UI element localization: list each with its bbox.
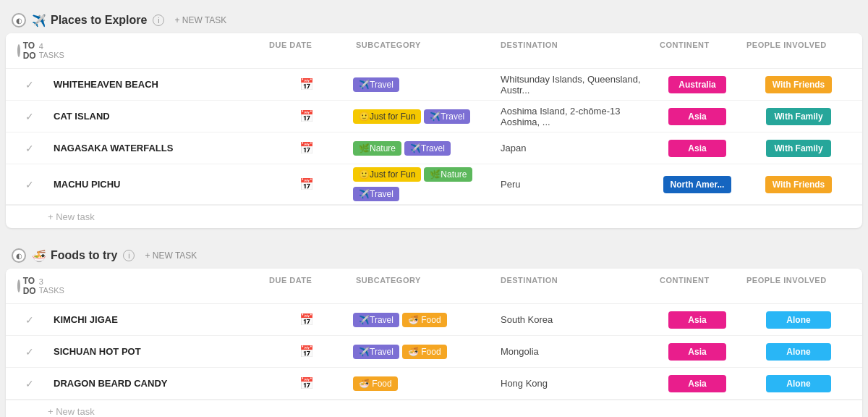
people-badge[interactable]: With Friends	[765, 176, 833, 193]
row4-people: With Friends	[741, 176, 856, 193]
people-badge[interactable]: Alone	[766, 375, 831, 392]
food-row3-destination: Hong Kong	[495, 375, 654, 392]
foods-col-destination: DESTINATION	[495, 269, 654, 303]
tag-food[interactable]: 🍜 Food	[402, 345, 447, 359]
food-row2-name[interactable]: SICHUAN HOT POT	[48, 340, 263, 363]
row2-destination: Aoshima Island, 2-chōme-13 Aoshima, ...	[495, 103, 654, 130]
continent-badge[interactable]: Asia	[668, 140, 726, 157]
foods-todo-label: TO DO	[23, 276, 36, 296]
row2-name[interactable]: CAT ISLAND	[48, 105, 263, 127]
row1-check[interactable]: ✓	[12, 79, 48, 90]
foods-col-continent: CONTINENT	[654, 269, 741, 303]
food-row3-check[interactable]: ✓	[12, 378, 48, 389]
row2-continent: Asia	[654, 108, 741, 125]
people-badge[interactable]: With Friends	[765, 76, 833, 93]
collapse-foods-btn[interactable]: ◐	[12, 248, 26, 263]
calendar-icon: 📅	[299, 77, 314, 91]
table-row: ✓ MACHU PICHU 📅 🙂Just for Fun 🌿Nature ✈️…	[6, 164, 862, 205]
food-row3-people: Alone	[741, 375, 856, 392]
food-row2-people: Alone	[741, 343, 856, 361]
tag-travel[interactable]: ✈️Travel	[424, 109, 470, 124]
row1-subcategory: ✈️Travel	[350, 75, 495, 95]
food-row1-check[interactable]: ✓	[12, 314, 48, 326]
people-badge[interactable]: Alone	[766, 311, 831, 329]
continent-badge[interactable]: Asia	[668, 108, 726, 125]
food-row2-subcategory: ✈️Travel 🍜 Food	[350, 342, 495, 362]
people-badge[interactable]: With Family	[766, 140, 831, 157]
row2-duedate[interactable]: 📅	[263, 109, 350, 123]
row1-duedate[interactable]: 📅	[263, 77, 350, 91]
row3-destination: Japan	[495, 140, 654, 156]
places-col-destination: DESTINATION	[495, 33, 654, 68]
places-info-icon[interactable]: i	[153, 14, 164, 26]
row4-continent: North Amer...	[654, 176, 741, 193]
tag-travel[interactable]: ✈️Travel	[353, 313, 399, 327]
foods-add-task-row[interactable]: + New task	[6, 400, 862, 417]
food-row3-name[interactable]: DRAGON BEARD CANDY	[48, 372, 263, 395]
foods-info-icon[interactable]: i	[123, 250, 135, 261]
places-table-header: TO DO 4 TASKS DUE DATE SUBCATEGORY DESTI…	[6, 33, 862, 69]
places-col-continent: CONTINENT	[654, 33, 741, 68]
continent-badge[interactable]: Asia	[668, 343, 726, 361]
row1-people: With Friends	[741, 76, 856, 93]
food-row2-destination: Mongolia	[495, 343, 654, 360]
row3-subcategory: 🌿Nature ✈️Travel	[350, 138, 495, 159]
row4-duedate[interactable]: 📅	[263, 177, 350, 191]
foods-table-header: TO DO 3 TASKS DUE DATE SUBCATEGORY DESTI…	[6, 269, 862, 304]
tag-food[interactable]: 🍜 Food	[402, 313, 447, 327]
calendar-icon: 📅	[299, 109, 314, 123]
people-badge[interactable]: Alone	[766, 343, 831, 361]
row3-name[interactable]: NAGASAKA WATERFALLS	[48, 137, 263, 159]
foods-col-duedate: DUE DATE	[263, 269, 350, 303]
food-row2-duedate[interactable]: 📅	[263, 345, 350, 358]
collapse-places-btn[interactable]: ◐	[12, 13, 26, 28]
continent-badge[interactable]: Asia	[668, 375, 726, 392]
row3-people: With Family	[741, 140, 856, 157]
tag-nature[interactable]: 🌿Nature	[424, 167, 472, 182]
continent-badge[interactable]: North Amer...	[663, 176, 732, 193]
row4-check[interactable]: ✓	[12, 179, 48, 190]
row3-check[interactable]: ✓	[12, 143, 48, 154]
food-row3-duedate[interactable]: 📅	[263, 376, 350, 390]
tag-travel[interactable]: ✈️Travel	[404, 141, 451, 156]
foods-col-people: PEOPLE INVOLVED	[741, 269, 856, 303]
row4-name[interactable]: MACHU PICHU	[48, 173, 263, 195]
tag-fun[interactable]: 🙂Just for Fun	[353, 109, 421, 124]
row1-name[interactable]: WHITEHEAVEN BEACH	[48, 73, 263, 96]
food-row1-duedate[interactable]: 📅	[263, 313, 350, 327]
places-table: TO DO 4 TASKS DUE DATE SUBCATEGORY DESTI…	[6, 33, 862, 228]
people-badge[interactable]: With Family	[766, 108, 831, 125]
tag-food[interactable]: 🍜 Food	[353, 376, 398, 391]
foods-header-todo: TO DO 3 TASKS	[12, 269, 48, 303]
places-todo-circle[interactable]	[17, 44, 20, 57]
places-new-task-btn[interactable]: + NEW TASK	[170, 14, 231, 27]
row1-continent: Australia	[654, 76, 741, 93]
food-row2-continent: Asia	[654, 343, 741, 361]
page: ◐ ✈️ Places to Explore i + NEW TASK TO D…	[0, 0, 868, 417]
tag-travel[interactable]: ✈️Travel	[353, 77, 399, 92]
foods-col-name	[48, 269, 263, 303]
places-todo-label: TO DO	[23, 41, 36, 61]
row1-destination: Whitsunday Islands, Queensland, Austr...	[495, 71, 654, 98]
table-row: ✓ NAGASAKA WATERFALLS 📅 🌿Nature ✈️Travel…	[6, 132, 862, 164]
places-header-todo: TO DO 4 TASKS	[12, 33, 48, 68]
continent-badge[interactable]: Australia	[668, 76, 726, 93]
tag-travel[interactable]: ✈️Travel	[353, 345, 399, 359]
foods-todo-circle[interactable]	[17, 279, 20, 292]
tag-nature[interactable]: 🌿Nature	[353, 141, 401, 156]
section-title-places: ✈️ Places to Explore	[32, 14, 147, 28]
food-row1-people: Alone	[741, 311, 856, 329]
food-row2-check[interactable]: ✓	[12, 346, 48, 358]
food-row1-name[interactable]: KIMCHI JIGAE	[48, 308, 263, 331]
tag-fun[interactable]: 🙂Just for Fun	[353, 167, 421, 182]
tag-travel[interactable]: ✈️Travel	[353, 187, 399, 201]
food-row3-subcategory: 🍜 Food	[350, 374, 495, 394]
calendar-icon: 📅	[299, 376, 314, 390]
row3-duedate[interactable]: 📅	[263, 141, 350, 155]
continent-badge[interactable]: Asia	[668, 311, 726, 329]
foods-new-task-btn[interactable]: + NEW TASK	[140, 249, 201, 262]
row2-check[interactable]: ✓	[12, 111, 48, 122]
places-add-task-row[interactable]: + New task	[6, 205, 862, 228]
foods-table: TO DO 3 TASKS DUE DATE SUBCATEGORY DESTI…	[6, 269, 862, 417]
table-row: ✓ CAT ISLAND 📅 🙂Just for Fun ✈️Travel Ao…	[6, 101, 862, 132]
